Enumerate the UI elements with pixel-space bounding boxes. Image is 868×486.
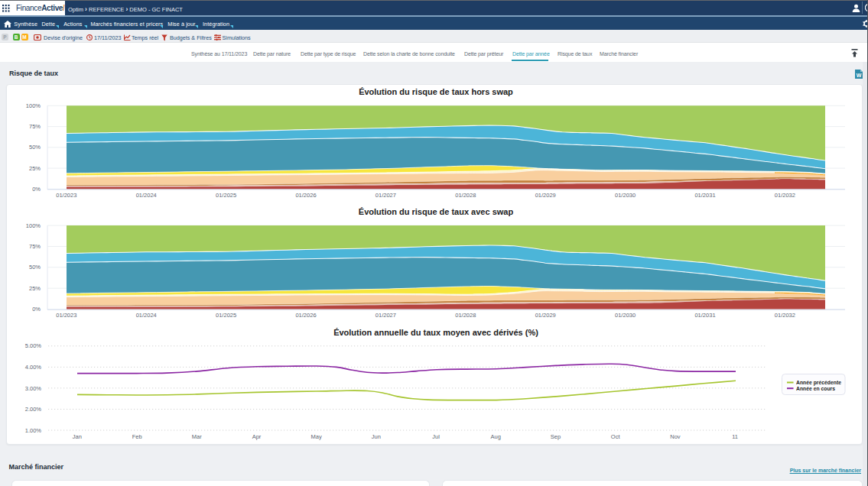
svg-text:01/2030: 01/2030 [615, 312, 636, 319]
svg-text:50%: 50% [29, 144, 41, 151]
svg-text:Année en cours: Année en cours [796, 386, 835, 391]
svg-text:3.00%: 3.00% [25, 385, 42, 392]
svg-text:75%: 75% [29, 243, 41, 250]
svg-text:01/2028: 01/2028 [455, 192, 476, 199]
svg-text:01/2027: 01/2027 [375, 312, 396, 319]
svg-text:Évolution annuelle du taux moy: Évolution annuelle du taux moyen avec dé… [333, 328, 538, 337]
svg-text:01/2023: 01/2023 [56, 312, 76, 319]
svg-text:01/2025: 01/2025 [216, 192, 236, 199]
svg-text:Jun: Jun [372, 433, 381, 440]
svg-text:100%: 100% [26, 222, 41, 229]
svg-text:01/2024: 01/2024 [136, 192, 157, 199]
svg-text:01/2030: 01/2030 [615, 192, 636, 199]
svg-text:Apr: Apr [252, 433, 262, 440]
svg-text:5.00%: 5.00% [25, 342, 42, 349]
svg-text:0%: 0% [32, 306, 41, 313]
svg-text:100%: 100% [26, 102, 41, 109]
svg-text:Jan: Jan [73, 433, 82, 440]
svg-text:Évolution du risque de taux av: Évolution du risque de taux avec swap [359, 207, 514, 216]
svg-text:01/2031: 01/2031 [694, 192, 715, 199]
svg-text:4.00%: 4.00% [25, 364, 42, 371]
svg-text:01/2032: 01/2032 [775, 192, 795, 199]
svg-text:01/2025: 01/2025 [216, 312, 236, 319]
svg-text:01/2026: 01/2026 [295, 312, 316, 319]
svg-text:25%: 25% [29, 165, 41, 172]
svg-text:Mar: Mar [192, 433, 202, 440]
svg-text:11: 11 [732, 433, 738, 440]
svg-text:Sep: Sep [551, 433, 561, 440]
svg-text:01/2024: 01/2024 [136, 312, 157, 319]
svg-text:Feb: Feb [132, 433, 142, 440]
svg-text:Jul: Jul [432, 433, 440, 440]
svg-text:01/2029: 01/2029 [535, 312, 556, 319]
svg-text:01/2028: 01/2028 [455, 312, 476, 319]
svg-text:01/2032: 01/2032 [775, 312, 795, 319]
svg-text:01/2026: 01/2026 [295, 192, 316, 199]
svg-text:50%: 50% [29, 264, 41, 271]
svg-text:Nov: Nov [670, 433, 681, 440]
svg-text:Évolution du risque de taux ho: Évolution du risque de taux hors swap [359, 87, 513, 96]
svg-text:75%: 75% [29, 123, 41, 130]
svg-text:May: May [311, 433, 322, 440]
svg-text:01/2031: 01/2031 [694, 312, 715, 319]
svg-text:Oct: Oct [611, 433, 621, 440]
svg-text:01/2023: 01/2023 [56, 192, 76, 199]
svg-text:2.00%: 2.00% [25, 406, 42, 413]
svg-text:Aug: Aug [491, 433, 501, 440]
svg-text:0%: 0% [32, 186, 41, 193]
svg-text:1.00%: 1.00% [25, 427, 42, 434]
svg-text:01/2027: 01/2027 [375, 192, 396, 199]
svg-text:25%: 25% [29, 285, 41, 292]
svg-text:01/2029: 01/2029 [535, 192, 556, 199]
